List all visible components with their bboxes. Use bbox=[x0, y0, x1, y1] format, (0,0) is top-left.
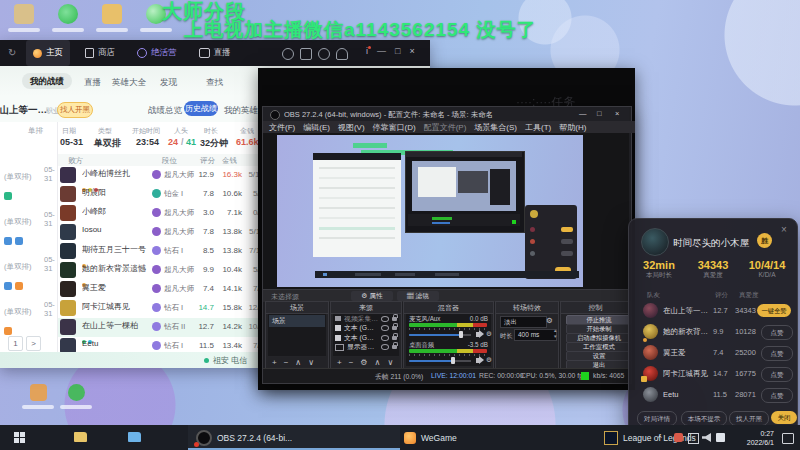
player-name[interactable]: Eetu bbox=[82, 339, 154, 348]
find-team-button[interactable]: 找人开黑 bbox=[729, 411, 769, 426]
panel-title[interactable]: 来源 bbox=[331, 302, 401, 314]
source-item[interactable]: 显示器采集 bbox=[333, 343, 399, 353]
like-button[interactable]: 点赞 bbox=[761, 367, 793, 382]
slider-knob[interactable] bbox=[451, 357, 455, 364]
player-name[interactable]: 阿卡江城再见 bbox=[82, 301, 154, 312]
history-entry[interactable]: (单双排) 05-31 bbox=[4, 300, 32, 339]
close-icon[interactable]: × bbox=[781, 224, 787, 235]
panel-title[interactable]: 控制 bbox=[561, 302, 630, 314]
action-center-icon[interactable] bbox=[782, 433, 794, 444]
overview-link[interactable]: 战绩总览 bbox=[148, 105, 182, 117]
slider-knob[interactable] bbox=[459, 331, 463, 338]
like-all-button[interactable]: 一键全赞 bbox=[757, 304, 791, 317]
history-entry[interactable]: (单双排) 05-31 bbox=[4, 165, 32, 204]
assistant-icon[interactable] bbox=[318, 48, 330, 60]
subtab-discover[interactable]: 发现 bbox=[160, 77, 177, 89]
spin-down-icon[interactable]: ▾ bbox=[554, 333, 557, 339]
tray-display-icon[interactable] bbox=[688, 433, 699, 444]
player-name[interactable]: 明宸阳 bbox=[82, 187, 154, 198]
maximize-button[interactable]: □ bbox=[597, 109, 602, 118]
gear-icon[interactable]: ⚙ bbox=[486, 356, 492, 364]
page-number[interactable]: 1 bbox=[8, 336, 23, 351]
history-entry[interactable]: (单双排) 05-31 bbox=[4, 255, 32, 294]
obs-preview[interactable] bbox=[263, 133, 629, 289]
menu-view[interactable]: 视图(V) bbox=[338, 122, 365, 133]
move-down-icon[interactable]: ∨ bbox=[308, 358, 314, 367]
like-button[interactable]: 点赞 bbox=[761, 325, 793, 340]
gear-icon[interactable]: ⚙ bbox=[360, 358, 367, 367]
close-button[interactable]: × bbox=[615, 109, 619, 118]
tab-live[interactable]: 直播 bbox=[192, 40, 238, 66]
my-heroes-link[interactable]: 我的英雄 bbox=[224, 105, 258, 117]
speaker-icon[interactable] bbox=[476, 358, 480, 363]
volume-slider[interactable] bbox=[409, 334, 471, 336]
lock-icon[interactable] bbox=[392, 336, 397, 340]
close-panel-button[interactable]: 关闭 bbox=[771, 411, 797, 424]
source-item[interactable]: 文本 (GDI+) bbox=[333, 324, 399, 334]
transition-select[interactable]: 淡出 bbox=[500, 316, 547, 328]
player-name[interactable]: Iosou bbox=[82, 225, 154, 234]
tray-app-icon[interactable] bbox=[674, 433, 683, 442]
desktop-shortcut[interactable] bbox=[20, 384, 56, 409]
visibility-icon[interactable] bbox=[381, 335, 389, 341]
maximize-button[interactable]: □ bbox=[395, 46, 400, 56]
tab-home[interactable]: 主页 bbox=[26, 40, 70, 66]
gear-icon[interactable]: ⚙ bbox=[486, 330, 492, 338]
menu-help[interactable]: 帮助(H) bbox=[559, 122, 586, 133]
taskbar-app-wegame[interactable]: WeGame bbox=[396, 425, 514, 450]
gear-icon[interactable]: ⚙ bbox=[546, 316, 553, 325]
lock-icon[interactable] bbox=[392, 345, 397, 349]
menu-profile[interactable]: 配置文件(P) bbox=[424, 122, 467, 133]
subtab-my-matches[interactable]: 我的战绩 bbox=[22, 73, 72, 89]
add-icon[interactable]: + bbox=[337, 358, 342, 367]
obs-titlebar[interactable]: OBS 27.2.4 (64-bit, windows) - 配置文件: 未命名… bbox=[263, 107, 629, 122]
member-icon[interactable] bbox=[282, 48, 294, 60]
lock-icon[interactable] bbox=[392, 326, 397, 330]
taskbar-clock[interactable]: 0:27 2022/6/1 bbox=[730, 429, 774, 447]
refresh-icon[interactable]: ↻ bbox=[8, 47, 16, 58]
volume-slider[interactable] bbox=[409, 360, 471, 362]
minimize-button[interactable]: — bbox=[579, 109, 587, 118]
file-explorer-icon[interactable] bbox=[74, 432, 87, 442]
minimize-button[interactable]: — bbox=[377, 46, 386, 56]
remove-icon[interactable]: − bbox=[349, 358, 354, 367]
start-button[interactable] bbox=[14, 432, 25, 443]
headset-icon[interactable] bbox=[336, 48, 348, 60]
message-icon[interactable]: i bbox=[366, 46, 368, 56]
menu-edit[interactable]: 编辑(E) bbox=[303, 122, 330, 133]
subtab-champions[interactable]: 英雄大全 bbox=[112, 77, 146, 89]
match-details-button[interactable]: 对局详情 bbox=[637, 411, 677, 426]
speaker-icon[interactable] bbox=[476, 332, 480, 337]
desktop-shortcut[interactable] bbox=[138, 4, 174, 32]
remove-icon[interactable]: − bbox=[284, 358, 289, 367]
tray-ime-icon[interactable] bbox=[716, 433, 725, 442]
move-down-icon[interactable]: ∨ bbox=[387, 358, 393, 367]
find-team-button[interactable]: 找人开黑 bbox=[57, 102, 93, 118]
visibility-icon[interactable] bbox=[381, 316, 389, 322]
desktop-shortcut[interactable] bbox=[58, 384, 94, 409]
history-entry[interactable]: (单双排) 05-31 bbox=[4, 210, 32, 249]
panel-title[interactable]: 场景 bbox=[266, 302, 328, 314]
player-name[interactable]: 她的新衣背景遗憾 bbox=[82, 263, 154, 274]
panel-title[interactable]: 混音器 bbox=[404, 302, 493, 314]
menu-tools[interactable]: 工具(T) bbox=[525, 122, 551, 133]
visibility-icon[interactable] bbox=[381, 325, 389, 331]
properties-button[interactable]: ⚙ 属性 bbox=[351, 291, 393, 301]
tray-chevron-icon[interactable]: ^ bbox=[658, 433, 662, 442]
menu-file[interactable]: 文件(F) bbox=[269, 122, 295, 133]
visibility-icon[interactable] bbox=[381, 344, 389, 350]
like-button[interactable]: 点赞 bbox=[761, 388, 793, 403]
download-icon[interactable] bbox=[300, 48, 312, 60]
close-button[interactable]: × bbox=[409, 46, 414, 56]
lock-icon[interactable] bbox=[392, 317, 397, 321]
source-item[interactable]: 文本 (GDI+) 2 bbox=[333, 333, 399, 343]
next-page-button[interactable]: > bbox=[26, 336, 41, 351]
player-name[interactable]: 小峰郎 bbox=[82, 206, 154, 217]
desktop-shortcut[interactable] bbox=[50, 4, 86, 32]
folder-icon[interactable] bbox=[128, 432, 141, 442]
taskbar-app-obs[interactable]: OBS 27.2.4 (64-bi... bbox=[188, 425, 400, 450]
hide-this-match-button[interactable]: 本场不提示 bbox=[681, 411, 727, 426]
add-icon[interactable]: + bbox=[272, 358, 277, 367]
player-name[interactable]: 期待五月三十一号 bbox=[82, 244, 154, 255]
tab-juehuo[interactable]: 绝活营 bbox=[130, 40, 184, 66]
